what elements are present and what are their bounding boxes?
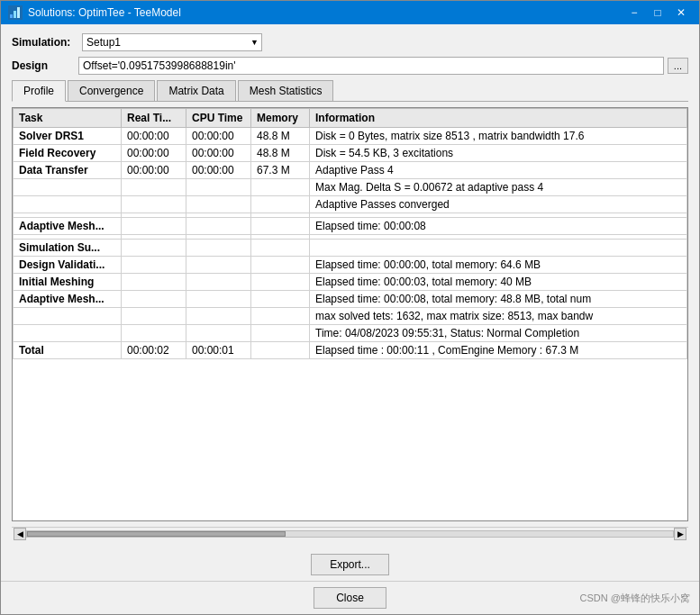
- table-row: Time: 04/08/2023 09:55:31, Status: Norma…: [14, 325, 687, 342]
- cell-memory: 67.3 M: [251, 162, 310, 179]
- cell-realtime: [122, 240, 186, 257]
- table-row: Adaptive Passes converged: [14, 196, 687, 213]
- cell-task: [14, 325, 122, 342]
- cell-cputime: [186, 196, 251, 213]
- col-header-cputime: CPU Time: [186, 109, 251, 128]
- content-area: Simulation: Setup1 Design ... Profile Co…: [1, 24, 699, 548]
- design-label: Design: [12, 59, 75, 72]
- cell-memory: [251, 218, 310, 235]
- cell-realtime: 00:00:00: [122, 145, 186, 162]
- cell-information: Time: 04/08/2023 09:55:31, Status: Norma…: [310, 325, 687, 342]
- simulation-label: Simulation:: [12, 36, 75, 49]
- cell-information: Adaptive Passes converged: [310, 196, 687, 213]
- cell-information: Disk = 0 Bytes, matrix size 8513 , matri…: [310, 128, 687, 145]
- cell-realtime: [122, 218, 186, 235]
- cell-cputime: [186, 291, 251, 308]
- design-row: Design ...: [12, 57, 688, 75]
- cell-task: [14, 179, 122, 196]
- col-header-realtime: Real Ti...: [122, 109, 186, 128]
- tab-mesh-statistics[interactable]: Mesh Statistics: [238, 80, 334, 101]
- data-table-container[interactable]: Task Real Ti... CPU Time Memory Informat…: [12, 107, 688, 521]
- cell-cputime: 00:00:01: [186, 342, 251, 359]
- cell-memory: 48.8 M: [251, 128, 310, 145]
- cell-information: [310, 240, 687, 257]
- cell-memory: [251, 257, 310, 274]
- cell-cputime: [186, 240, 251, 257]
- cell-realtime: [122, 308, 186, 325]
- svg-rect-1: [10, 14, 13, 18]
- cell-memory: [251, 274, 310, 291]
- cell-realtime: 00:00:00: [122, 162, 186, 179]
- minimize-button[interactable]: −: [623, 5, 645, 21]
- simulation-select[interactable]: Setup1: [82, 33, 262, 51]
- cell-realtime: [122, 257, 186, 274]
- cell-task: Adaptive Mesh...: [14, 218, 122, 235]
- cell-information: Adaptive Pass 4: [310, 162, 687, 179]
- cell-memory: [251, 325, 310, 342]
- cell-task: Field Recovery: [14, 145, 122, 162]
- bottom-bar: Export...: [1, 548, 699, 581]
- table-row: Solver DRS100:00:0000:00:0048.8 MDisk = …: [14, 128, 687, 145]
- cell-task: Initial Meshing: [14, 274, 122, 291]
- cell-task: Design Validati...: [14, 257, 122, 274]
- cell-task: [14, 196, 122, 213]
- scroll-left-button[interactable]: ◀: [14, 528, 26, 540]
- maximize-button[interactable]: □: [647, 5, 668, 21]
- scrollbar-thumb[interactable]: [27, 531, 286, 537]
- cell-realtime: [122, 325, 186, 342]
- title-bar: Solutions: OptimTee - TeeModel − □ ✕: [1, 1, 699, 24]
- close-window-button[interactable]: ✕: [670, 5, 692, 21]
- col-header-info: Information: [310, 109, 687, 128]
- cell-memory: [251, 291, 310, 308]
- simulation-row: Simulation: Setup1: [12, 33, 688, 51]
- scrollbar-track[interactable]: [26, 530, 674, 538]
- cell-realtime: 00:00:00: [122, 128, 186, 145]
- design-browse-button[interactable]: ...: [668, 58, 688, 74]
- tab-matrix-data[interactable]: Matrix Data: [157, 80, 235, 101]
- cell-information: Elapsed time: 00:00:00, total memory: 64…: [310, 257, 687, 274]
- export-button[interactable]: Export...: [311, 554, 389, 575]
- cell-realtime: [122, 291, 186, 308]
- cell-information: Elapsed time : 00:00:11 , ComEngine Memo…: [310, 342, 687, 359]
- window-controls: − □ ✕: [623, 5, 692, 21]
- cell-memory: [251, 308, 310, 325]
- table-row: Adaptive Mesh...Elapsed time: 00:00:08: [14, 218, 687, 235]
- close-button[interactable]: Close: [314, 587, 386, 609]
- horizontal-scrollbar[interactable]: ◀ ▶: [12, 527, 688, 539]
- cell-cputime: 00:00:00: [186, 145, 251, 162]
- table-row: max solved tets: 1632, max matrix size: …: [14, 308, 687, 325]
- col-header-memory: Memory: [251, 109, 310, 128]
- cell-memory: [251, 179, 310, 196]
- cell-information: Max Mag. Delta S = 0.00672 at adaptive p…: [310, 179, 687, 196]
- cell-cputime: 00:00:00: [186, 162, 251, 179]
- cell-memory: [251, 342, 310, 359]
- footer: Close CSDN @蜂锋的快乐小窝: [1, 581, 699, 614]
- cell-information: max solved tets: 1632, max matrix size: …: [310, 308, 687, 325]
- svg-rect-3: [17, 7, 20, 18]
- cell-task: Simulation Su...: [14, 240, 122, 257]
- cell-cputime: [186, 325, 251, 342]
- cell-task: Adaptive Mesh...: [14, 291, 122, 308]
- table-row: Adaptive Mesh...Elapsed time: 00:00:08, …: [14, 291, 687, 308]
- tab-profile[interactable]: Profile: [12, 80, 66, 102]
- table-row: Design Validati...Elapsed time: 00:00:00…: [14, 257, 687, 274]
- scroll-right-button[interactable]: ▶: [674, 528, 686, 540]
- simulation-select-wrapper[interactable]: Setup1: [82, 33, 262, 51]
- tab-convergence[interactable]: Convergence: [68, 80, 155, 101]
- table-header-row: Task Real Ti... CPU Time Memory Informat…: [14, 109, 687, 128]
- cell-task: Total: [14, 342, 122, 359]
- table-row: Simulation Su...: [14, 240, 687, 257]
- data-table: Task Real Ti... CPU Time Memory Informat…: [13, 108, 687, 359]
- cell-realtime: 00:00:02: [122, 342, 186, 359]
- design-input[interactable]: [78, 57, 664, 75]
- table-row: Total00:00:0200:00:01Elapsed time : 00:0…: [14, 342, 687, 359]
- cell-realtime: [122, 196, 186, 213]
- app-icon: [8, 5, 23, 20]
- table-row: Data Transfer00:00:0000:00:0067.3 MAdapt…: [14, 162, 687, 179]
- cell-task: [14, 308, 122, 325]
- cell-cputime: [186, 179, 251, 196]
- watermark-text: CSDN @蜂锋的快乐小窝: [580, 592, 690, 603]
- table-row: Max Mag. Delta S = 0.00672 at adaptive p…: [14, 179, 687, 196]
- cell-task: Data Transfer: [14, 162, 122, 179]
- cell-realtime: [122, 274, 186, 291]
